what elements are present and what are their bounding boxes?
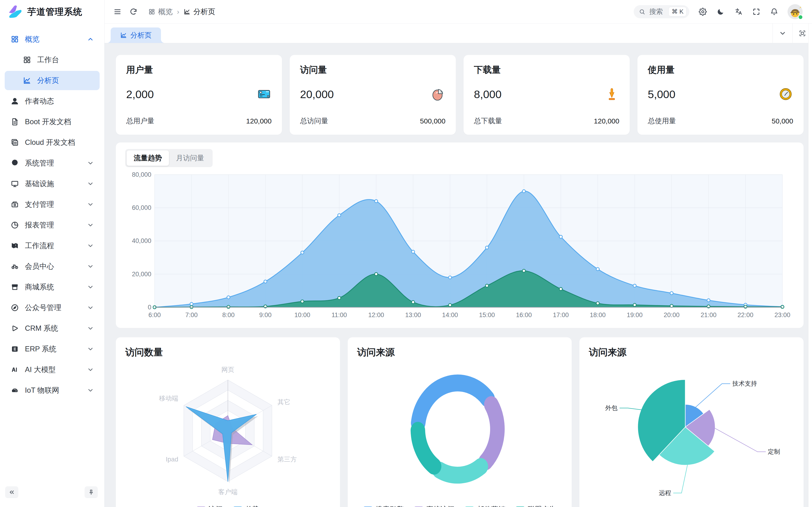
- sidebar-toggle-button[interactable]: [113, 7, 122, 16]
- chevron-up-icon: [87, 36, 94, 43]
- svg-text:40,000: 40,000: [132, 237, 151, 244]
- sidebar-item-报表管理[interactable]: 报表管理: [5, 216, 100, 235]
- trend-tab-月访问量[interactable]: 月访问量: [169, 151, 211, 166]
- stat-cards-row: 用户量 2,000 总用户量 120,000 访问量 20,000 % 总访问量…: [116, 55, 804, 135]
- sidebar-item-IoT-物联网[interactable]: IoT 物联网: [5, 381, 100, 400]
- chevron-down-icon: [87, 304, 94, 311]
- visit-source-rose-chart[interactable]: 技术支持定制远程外包: [589, 361, 794, 497]
- sidebar-item-label: 报表管理: [25, 220, 54, 230]
- legend-item-访问[interactable]: 访问: [196, 505, 223, 507]
- stat-card-title: 使用量: [648, 64, 793, 76]
- svg-text:16:00: 16:00: [516, 312, 532, 319]
- page-content: 用户量 2,000 总用户量 120,000 访问量 20,000 % 总访问量…: [105, 43, 812, 507]
- sidebar-item-工作台[interactable]: 工作台: [5, 50, 100, 69]
- sidebar-item-支付管理[interactable]: 支付管理: [5, 195, 100, 214]
- top-header: 概览 › 分析页 搜索 ⌘ K: [105, 0, 812, 23]
- breadcrumb-item-analysis[interactable]: 分析页: [184, 7, 215, 17]
- legend-item-联盟广告[interactable]: 联盟广告: [515, 505, 556, 507]
- sidebar-item-Boot-开发文档[interactable]: Boot 开发文档: [5, 112, 100, 131]
- sidebar-item-CRM-系统[interactable]: CRM 系统: [5, 319, 100, 338]
- svg-text:21:00: 21:00: [701, 312, 717, 319]
- svg-text:60,000: 60,000: [132, 204, 151, 211]
- legend-item-搜索引擎[interactable]: 搜索引擎: [363, 505, 404, 507]
- breadcrumb: 概览 › 分析页: [148, 7, 215, 17]
- sidebar-item-公众号管理[interactable]: 公众号管理: [5, 298, 100, 317]
- svg-text:19:00: 19:00: [627, 312, 643, 319]
- user-icon: [10, 97, 19, 106]
- erp-icon: [10, 345, 19, 353]
- svg-text:6:00: 6:00: [149, 312, 161, 319]
- notifications-button[interactable]: [770, 7, 779, 16]
- gear-icon: [10, 159, 19, 168]
- fullscreen-icon: [752, 8, 760, 16]
- sidebar-item-基础设施[interactable]: 基础设施: [5, 174, 100, 193]
- monitor-icon: [10, 179, 19, 188]
- settings-button[interactable]: [698, 7, 707, 16]
- tab-list-dropdown-button[interactable]: [772, 23, 792, 43]
- visit-count-radar-chart[interactable]: 网页其它第三方客户端Ipad移动端: [125, 361, 331, 497]
- sidebar-collapse-button[interactable]: [5, 486, 18, 498]
- donut-legend: 搜索引擎直接访问邮件营销联盟广告: [348, 505, 572, 507]
- user-avatar[interactable]: [788, 4, 803, 19]
- legend-label: 趋势: [245, 505, 259, 507]
- chevron-down-icon: [87, 345, 94, 352]
- chevron-down-icon: [87, 201, 94, 208]
- sidebar-item-会员中心[interactable]: 会员中心: [5, 257, 100, 276]
- pie-icon: [10, 221, 19, 230]
- page-scrollbar[interactable]: [808, 23, 812, 507]
- svg-text:远程: 远程: [659, 490, 671, 496]
- legend-item-直接访问[interactable]: 直接访问: [414, 505, 454, 507]
- fullscreen-button[interactable]: [752, 7, 761, 16]
- sidebar-item-label: 公众号管理: [25, 303, 61, 313]
- svg-text:13:00: 13:00: [405, 312, 421, 319]
- visit-count-card: 访问数量 网页其它第三方客户端Ipad移动端 访问趋势: [116, 337, 340, 507]
- sidebar-item-工作流程[interactable]: 工作流程: [5, 236, 100, 256]
- stat-card-访问量: 访问量 20,000 % 总访问量 500,000: [290, 55, 456, 135]
- stat-card-value: 5,000: [648, 88, 675, 101]
- dark-mode-button[interactable]: [716, 7, 725, 16]
- logo-row[interactable]: 芋道管理系统: [0, 0, 104, 23]
- sidebar-item-系统管理[interactable]: 系统管理: [5, 154, 100, 173]
- sidebar-item-label: 会员中心: [25, 262, 54, 271]
- sidebar-item-商城系统[interactable]: 商城系统: [5, 277, 100, 297]
- svg-text:18:00: 18:00: [590, 312, 606, 319]
- sidebar-item-分析页[interactable]: 分析页: [5, 71, 100, 90]
- app-logo-icon: [7, 5, 22, 19]
- trend-tab-流量趋势[interactable]: 流量趋势: [126, 151, 169, 166]
- svg-text:外包: 外包: [605, 404, 618, 411]
- legend-item-趋势[interactable]: 趋势: [233, 505, 259, 507]
- docs-icon: [10, 138, 19, 147]
- svg-text:15:00: 15:00: [479, 312, 495, 319]
- breadcrumb-item-overview[interactable]: 概览: [148, 7, 173, 17]
- crm-icon: [10, 324, 19, 333]
- svg-text:10:00: 10:00: [294, 312, 310, 319]
- chart-icon: [22, 76, 32, 85]
- stat-card-title: 下载量: [474, 64, 619, 76]
- workbench-icon: [22, 55, 32, 64]
- chevron-down-icon: [87, 387, 94, 394]
- sidebar-item-概览[interactable]: 概览: [5, 30, 100, 49]
- stat-card-value: 20,000: [300, 88, 334, 101]
- svg-text:80,000: 80,000: [132, 171, 151, 178]
- tab-analysis-page[interactable]: 分析页: [111, 27, 161, 43]
- stat-card-value: 8,000: [474, 88, 502, 101]
- bell-icon: [770, 8, 778, 16]
- refresh-button[interactable]: [129, 7, 138, 16]
- maximize-icon: [799, 30, 806, 37]
- traffic-trend-chart[interactable]: 020,00040,00060,00080,0006:007:008:009:0…: [125, 170, 794, 322]
- legend-item-邮件营销[interactable]: 邮件营销: [465, 505, 505, 507]
- sidebar-item-作者动态[interactable]: 作者动态: [5, 92, 100, 111]
- flow-icon: [10, 241, 19, 250]
- refresh-icon: [130, 8, 138, 16]
- grid-icon: [10, 35, 19, 44]
- visit-source-donut-chart[interactable]: [357, 361, 562, 497]
- sidebar-item-label: IoT 物联网: [25, 385, 59, 395]
- sidebar-item-AI-大模型[interactable]: AI 大模型: [5, 360, 100, 379]
- sidebar-item-Cloud-开发文档[interactable]: Cloud 开发文档: [5, 133, 100, 152]
- search-icon: [639, 8, 646, 15]
- global-search[interactable]: 搜索 ⌘ K: [634, 5, 689, 18]
- download-icon: [604, 87, 619, 102]
- sidebar-pin-button[interactable]: [85, 486, 98, 498]
- sidebar-item-ERP-系统[interactable]: ERP 系统: [5, 339, 100, 359]
- language-button[interactable]: [734, 7, 743, 16]
